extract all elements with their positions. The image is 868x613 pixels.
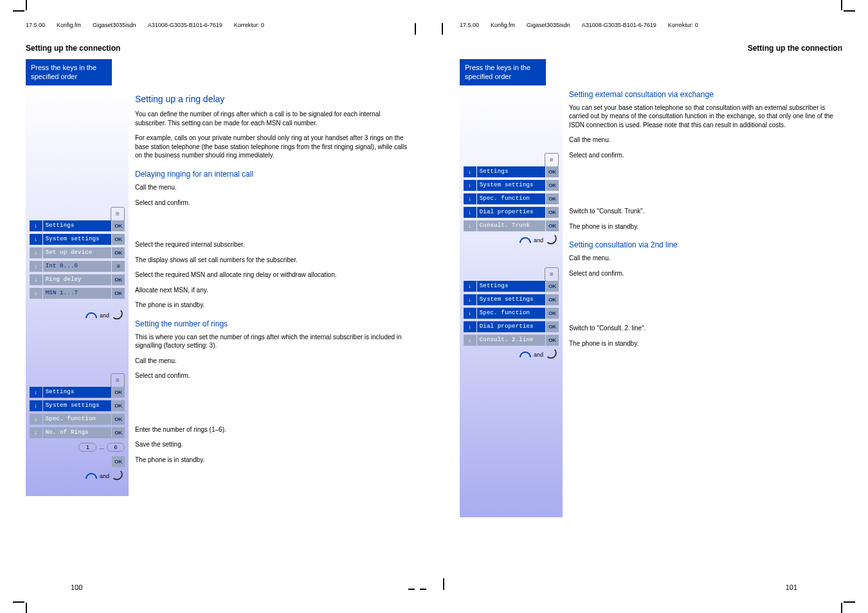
ok-btn: OK: [546, 281, 559, 292]
crop-mark: [408, 589, 415, 590]
down-arrow-icon: ↓: [30, 261, 42, 272]
heading-2nd-line: Setting consultation via 2nd line: [569, 240, 842, 250]
list-icon: ≡: [112, 261, 125, 272]
ok-btn: OK: [546, 166, 559, 177]
txt-switch-2line: Switch to "Consult. 2. line".: [569, 324, 842, 333]
txt-save: Save the setting.: [135, 440, 408, 449]
down-arrow-icon: ↓: [464, 207, 476, 218]
txt-switch-trunk: Switch to "Consult. Trunk".: [569, 207, 842, 216]
meta-product: Gigaset3035isdn: [93, 22, 136, 28]
lcd-dial: Dial properties: [477, 207, 546, 218]
lcd-settings: Settings: [43, 220, 112, 231]
down-arrow-icon: ↓: [464, 335, 476, 346]
txt-select-msn: Select the required MSN and allocate rin…: [135, 271, 408, 280]
instruction-column: Setting external consultation via exchan…: [563, 85, 842, 517]
menu-icon: ≡: [111, 373, 125, 387]
menu-icon: ≡: [111, 207, 125, 221]
ok-btn: OK: [112, 274, 125, 285]
crop-mark: [13, 10, 24, 12]
lcd-system: System settings: [43, 234, 112, 245]
ok-btn: OK: [112, 427, 125, 438]
press-keys-l1: Press the keys in the: [465, 63, 541, 72]
page-right: 17.5.00 Konfig.fm Gigaset3035isdn A31008…: [434, 0, 868, 613]
ok-btn: OK: [546, 193, 559, 204]
key-6: 6: [107, 443, 125, 452]
down-arrow-icon: ↓: [464, 166, 476, 177]
down-arrow-icon: ↓: [464, 294, 476, 305]
heading-ring-delay: Setting up a ring delay: [135, 93, 408, 105]
ok-btn: OK: [546, 294, 559, 305]
lcd-ringdelay: Ring delay: [43, 274, 112, 285]
ok-btn: OK: [112, 387, 125, 398]
down-arrow-icon: ↓: [30, 247, 42, 258]
ok-btn: OK: [112, 456, 125, 467]
txt-call-menu: Call the menu.: [569, 254, 842, 263]
txt-standby: The phone is in standby.: [569, 339, 842, 348]
lcd-settings2: Settings: [43, 387, 112, 398]
header-meta: 17.5.00 Konfig.fm Gigaset3035isdn A31008…: [26, 22, 408, 28]
down-arrow-icon: ↓: [464, 193, 476, 204]
handset-off-icon: [112, 472, 125, 481]
crop-mark: [26, 603, 27, 613]
crop-mark: [13, 601, 24, 603]
down-arrow-icon: ↓: [464, 308, 476, 319]
lcd-int: Int 0...6: [43, 261, 112, 272]
crop-mark: [442, 23, 443, 35]
menu-icon: ≡: [545, 267, 559, 281]
down-arrow-icon: ↓: [30, 387, 42, 398]
press-keys-box: Press the keys in the specified order: [26, 59, 112, 85]
ok-btn: OK: [112, 247, 125, 258]
handset-off-icon: [546, 350, 559, 359]
press-keys-l2: specified order: [31, 72, 107, 81]
txt-select-confirm: Select and confirm.: [569, 269, 842, 278]
crop-mark: [841, 603, 842, 613]
lcd-setup: Set up device: [43, 247, 112, 258]
ok-btn: OK: [112, 234, 125, 245]
down-arrow-icon: ↓: [464, 321, 476, 332]
txt-select-confirm: Select and confirm.: [135, 199, 408, 208]
txt-display-msn: The display shows all set call numbers f…: [135, 256, 408, 265]
key-sequence-column: ≡ ↓ Settings OK ↓ System settings OK ↓ S…: [26, 85, 129, 496]
ok-btn: OK: [546, 335, 559, 346]
meta-docid: A31008-G3035-B101-6-7619: [148, 22, 222, 28]
lcd-settings2: Settings: [477, 281, 546, 292]
ok-btn: OK: [546, 207, 559, 218]
lcd-system2: System settings: [477, 294, 546, 305]
lcd-spec2: Spec. function: [477, 308, 546, 319]
crop-mark: [841, 0, 842, 10]
meta-date: 17.5.00: [26, 22, 45, 28]
page-number: 100: [71, 583, 82, 591]
down-arrow-icon: ↓: [30, 427, 42, 438]
crop-mark: [415, 23, 416, 35]
para-num-rings: This is where you can set the number of …: [135, 333, 408, 350]
para-example: For example, calls on your private numbe…: [135, 134, 408, 160]
handset-on-icon: [84, 472, 97, 481]
press-keys-l1: Press the keys in the: [31, 63, 107, 72]
crop-mark: [844, 10, 855, 12]
ok-btn: OK: [546, 220, 559, 231]
page-left: 17.5.00 Konfig.fm Gigaset3035isdn A31008…: [0, 0, 434, 613]
down-arrow-icon: ↓: [464, 180, 476, 191]
meta-date: 17.5.00: [460, 22, 479, 28]
lcd-spec: Spec. function: [43, 414, 112, 425]
crop-mark: [844, 601, 855, 603]
crop-mark: [420, 589, 426, 590]
txt-call-menu: Call the menu.: [569, 136, 842, 145]
txt-select-confirm: Select and confirm.: [135, 371, 408, 380]
handset-off-icon: [112, 311, 125, 320]
ok-btn: OK: [112, 288, 125, 299]
meta-korrektur: Korrektur: 0: [234, 22, 264, 28]
down-arrow-icon: ↓: [30, 288, 42, 299]
ellipsis: ...: [99, 444, 104, 450]
ok-btn: OK: [546, 308, 559, 319]
ok-btn: OK: [546, 321, 559, 332]
lcd-msn: MSN 1...7: [43, 288, 112, 299]
and-label: and: [100, 312, 109, 319]
heading-delay-internal: Delaying ringing for an internal call: [135, 169, 408, 179]
para-define-rings: You can define the number of rings after…: [135, 110, 408, 127]
meta-file: Konfig.fm: [57, 22, 81, 28]
crop-mark: [443, 578, 444, 590]
and-label: and: [534, 351, 543, 358]
txt-standby: The phone is in standby.: [135, 301, 408, 310]
crop-mark: [26, 0, 27, 10]
